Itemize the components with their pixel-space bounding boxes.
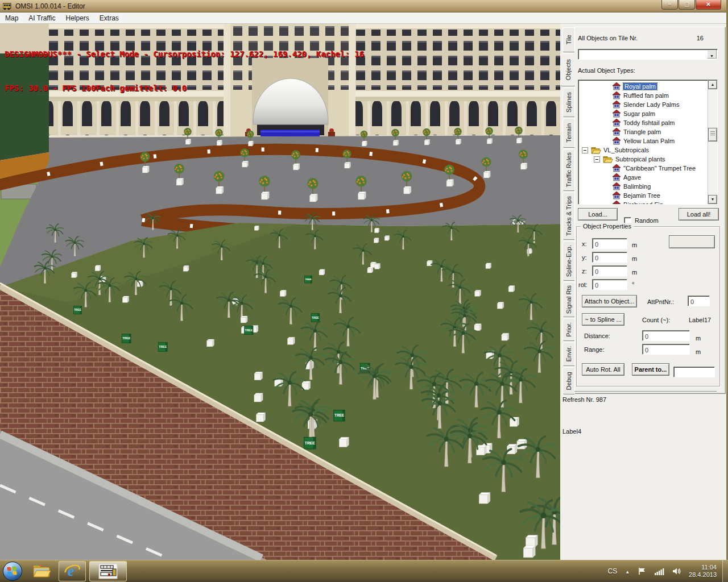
- tab-splines[interactable]: Splines: [562, 88, 574, 117]
- tree-crate-label: TREE: [159, 345, 167, 348]
- debug-line-1: DESIGNMODUS*** - Select Mode - Cursorpos…: [5, 48, 364, 60]
- scrollbar-thumb[interactable]: [708, 128, 717, 142]
- placeholder-cube: [287, 337, 295, 344]
- tray-time: 11:04: [689, 564, 717, 571]
- house-icon: [612, 128, 621, 136]
- show-desktop-button[interactable]: [722, 560, 728, 582]
- tree-item[interactable]: Ruffled fan palm: [578, 91, 717, 100]
- placeholder-cube: [122, 296, 129, 302]
- tab-tracks-trips[interactable]: Tracks & Trips: [562, 192, 574, 240]
- y-input[interactable]: [592, 252, 627, 263]
- volume-icon[interactable]: [672, 567, 681, 575]
- parent-to-input[interactable]: [673, 367, 715, 377]
- start-button[interactable]: [2, 561, 24, 581]
- map-3d-viewport[interactable]: Car: [0, 24, 560, 560]
- editor-panel: Tile Objects Splines Terrain Traffic Rul…: [560, 24, 728, 560]
- menu-item-map[interactable]: Map: [0, 13, 23, 23]
- x-input[interactable]: [592, 238, 627, 249]
- tab-traffic-rules[interactable]: Traffic Rules: [562, 149, 574, 191]
- house-icon: [612, 164, 621, 172]
- tree-item[interactable]: Sugar palm: [578, 109, 717, 118]
- network-signal-icon[interactable]: [655, 568, 664, 575]
- attach-to-object-button[interactable]: Attach to Object...: [582, 295, 637, 307]
- tab-tile[interactable]: Tile: [562, 27, 574, 52]
- tab-spline-exp[interactable]: Spline-Exp.: [562, 241, 574, 281]
- minimize-button[interactable]: [661, 0, 678, 10]
- placeholder-cube: [508, 286, 515, 292]
- maximize-button[interactable]: [679, 0, 695, 10]
- tray-clock[interactable]: 11:04 28.4.2013: [689, 564, 717, 579]
- entrance-sign: [260, 130, 320, 136]
- rot-input[interactable]: [592, 279, 627, 290]
- menu-item-helpers[interactable]: Helpers: [60, 13, 94, 23]
- collapse-icon[interactable]: [582, 147, 588, 153]
- chevron-up-icon[interactable]: [625, 567, 630, 575]
- placeholder-cube: [280, 290, 286, 297]
- tree-folder[interactable]: VL_Subtropicals: [578, 146, 717, 155]
- load-all-button[interactable]: Load all!: [679, 208, 719, 221]
- distance-input[interactable]: [642, 330, 690, 341]
- tree-item[interactable]: Triangle palm: [578, 127, 717, 136]
- tree-item[interactable]: Bejamin Tree: [578, 191, 717, 200]
- scroll-down-icon[interactable]: ▼: [708, 195, 717, 204]
- count-label: Count (~):: [642, 317, 670, 323]
- house-icon: [612, 92, 621, 99]
- scroll-up-icon[interactable]: ▲: [708, 80, 717, 89]
- attpntnr-input[interactable]: [688, 296, 710, 306]
- close-button[interactable]: [696, 0, 721, 10]
- auto-rot-all-button[interactable]: Auto Rot. All: [582, 363, 624, 376]
- tray-language[interactable]: CS: [607, 567, 617, 575]
- combobox-dropdown-icon[interactable]: [707, 50, 717, 59]
- tree-item[interactable]: Yellow Latan Palm: [578, 136, 717, 146]
- tree-item[interactable]: Royal palm: [578, 82, 717, 91]
- placeholder-cube: [510, 417, 519, 426]
- collapse-icon[interactable]: [594, 156, 600, 163]
- taskbar-explorer-button[interactable]: [28, 561, 55, 581]
- tab-prior[interactable]: Prior.: [562, 318, 574, 341]
- tab-terrain[interactable]: Terrain: [562, 118, 574, 148]
- placeholder-cube: [502, 333, 509, 340]
- all-objects-label: All Objects on Tile Nr.: [578, 35, 638, 41]
- tab-debug[interactable]: Debug: [562, 367, 574, 394]
- rot-unit: °: [632, 281, 634, 288]
- objects-combobox[interactable]: [578, 49, 718, 60]
- tree-item[interactable]: Birchwood Fig: [578, 200, 717, 205]
- blank-button[interactable]: [669, 235, 715, 248]
- parent-to-button[interactable]: Parent to...: [632, 363, 669, 376]
- action-center-flag-icon[interactable]: [638, 567, 647, 575]
- tab-strip: Tile Objects Splines Terrain Traffic Rul…: [560, 27, 575, 395]
- load-button[interactable]: Load...: [578, 208, 618, 221]
- z-input[interactable]: [592, 265, 627, 276]
- tree-scrollbar[interactable]: ▲ ▼: [708, 80, 717, 204]
- title-bar[interactable]: OMSI 1.00.014 - Editor: [0, 0, 728, 13]
- menu-item-ai-traffic[interactable]: AI Traffic: [23, 13, 60, 23]
- tree-item[interactable]: Slender Lady Palms: [578, 100, 717, 109]
- placeholder-cube: [207, 339, 214, 347]
- tree-item[interactable]: "Caribbean" Trumpet Tree: [578, 164, 717, 173]
- taskbar-ie-button[interactable]: e: [59, 561, 86, 581]
- placeholder-cube: [497, 302, 503, 309]
- taskbar: e CS: [0, 560, 728, 582]
- tab-envir[interactable]: Envir.: [562, 342, 574, 366]
- tree-crate-label: TREE: [74, 309, 81, 311]
- object-type-tree[interactable]: Royal palm Ruffled fan palm Slender Lady…: [578, 80, 718, 205]
- tab-signal-rts[interactable]: Signal Rts: [562, 282, 574, 317]
- taskbar-omsi-button[interactable]: [89, 561, 127, 581]
- tree-crate-label: TREE: [312, 317, 320, 319]
- tree-item[interactable]: Toddy fishtail palm: [578, 118, 717, 127]
- tree-crate: TREE: [122, 334, 131, 343]
- tree-crate: TREE: [334, 410, 345, 421]
- menu-item-extras[interactable]: Extras: [94, 13, 124, 23]
- tree-item[interactable]: Balimbing: [578, 182, 717, 191]
- range-input[interactable]: [642, 344, 690, 355]
- placeholder-cube: [256, 413, 265, 422]
- tree-crate: TREE: [73, 306, 81, 314]
- house-icon: [612, 192, 621, 199]
- tree-item[interactable]: Agave: [578, 173, 717, 182]
- placeholder-cube: [241, 316, 247, 323]
- omsi-bus-icon: [98, 563, 118, 579]
- debug-overlay: DESIGNMODUS*** - Select Mode - Cursorpos…: [5, 26, 364, 117]
- to-spline-button[interactable]: ~ to Spline ...: [582, 313, 624, 326]
- tab-objects[interactable]: Objects: [560, 53, 575, 86]
- tree-folder[interactable]: Subtropical plants: [578, 155, 717, 164]
